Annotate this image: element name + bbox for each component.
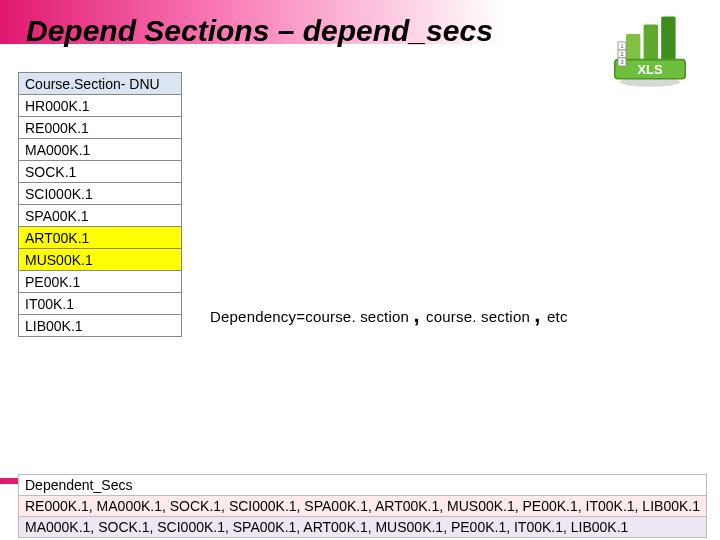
table-row: SCI000K.1: [19, 183, 182, 205]
course-cell: HR000K.1: [19, 95, 182, 117]
xls-icon: XLS 1 2 3: [610, 10, 690, 90]
svg-text:XLS: XLS: [638, 62, 663, 77]
dependent-secs-table: Dependent_Secs RE000K.1, MA000K.1, SOCK.…: [18, 474, 707, 538]
course-cell: SPA00K.1: [19, 205, 182, 227]
course-cell: SOCK.1: [19, 161, 182, 183]
table-row: RE000K.1: [19, 117, 182, 139]
formula-comma-1: ,: [413, 302, 426, 327]
formula-part-1: Dependency=course. section: [210, 308, 409, 325]
svg-text:1: 1: [620, 43, 623, 49]
page-title: Depend Sections – depend_secs: [26, 14, 493, 48]
table-row: HR000K.1: [19, 95, 182, 117]
table-row: MA000K.1, SOCK.1, SCI000K.1, SPA00K.1, A…: [19, 517, 707, 538]
formula-text: Dependency=course. section , course. sec…: [210, 302, 568, 328]
svg-rect-3: [661, 16, 675, 66]
formula-part-2: course. section: [426, 308, 530, 325]
table-row: RE000K.1, MA000K.1, SOCK.1, SCI000K.1, S…: [19, 496, 707, 517]
table-row: SOCK.1: [19, 161, 182, 183]
dep-table-header: Dependent_Secs: [19, 475, 707, 496]
table-row: IT00K.1: [19, 293, 182, 315]
course-cell: SCI000K.1: [19, 183, 182, 205]
course-cell: LIB00K.1: [19, 315, 182, 337]
dep-cell: MA000K.1, SOCK.1, SCI000K.1, SPA00K.1, A…: [19, 517, 707, 538]
dep-cell: RE000K.1, MA000K.1, SOCK.1, SCI000K.1, S…: [19, 496, 707, 517]
table-row: PE00K.1: [19, 271, 182, 293]
formula-comma-2: ,: [534, 302, 547, 327]
table-row: LIB00K.1: [19, 315, 182, 337]
table-row: SPA00K.1: [19, 205, 182, 227]
formula-part-3: etc: [547, 308, 568, 325]
course-cell: MUS00K.1: [19, 249, 182, 271]
table-row: ART00K.1: [19, 227, 182, 249]
course-cell: ART00K.1: [19, 227, 182, 249]
table-row: MUS00K.1: [19, 249, 182, 271]
svg-text:3: 3: [620, 59, 623, 65]
course-table-header: Course.Section- DNU: [19, 73, 182, 95]
table-row: MA000K.1: [19, 139, 182, 161]
course-cell: IT00K.1: [19, 293, 182, 315]
course-cell: PE00K.1: [19, 271, 182, 293]
course-cell: MA000K.1: [19, 139, 182, 161]
course-section-table: Course.Section- DNU HR000K.1RE000K.1MA00…: [18, 72, 182, 337]
svg-text:2: 2: [620, 51, 623, 57]
course-cell: RE000K.1: [19, 117, 182, 139]
